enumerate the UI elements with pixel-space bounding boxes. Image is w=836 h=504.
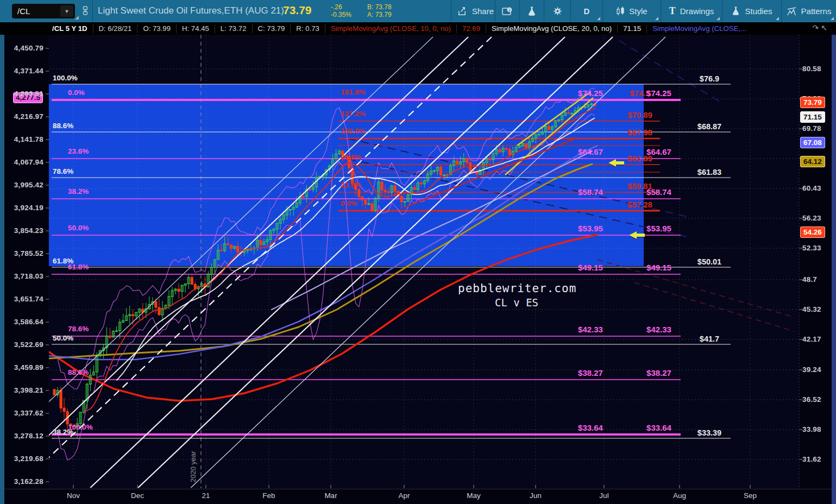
toolbar-separator [92, 0, 93, 22]
status-bar-icons[interactable]: ↷↖ [813, 23, 829, 32]
candlestick-icon [616, 6, 625, 16]
window-edge-left [0, 22, 4, 504]
drawings-label: Drawings [680, 7, 714, 16]
resize-corner-icon [75, 16, 79, 20]
info-panel-icon: i [502, 7, 513, 16]
patterns-button[interactable]: Patterns [781, 0, 836, 22]
toolbar-separator [451, 0, 451, 22]
timeframe-label: D [584, 7, 590, 16]
change-value: -.26 [331, 3, 351, 11]
sma20-study-label[interactable]: SimpleMovingAvg (CLOSE, 20, 0, no) [486, 24, 618, 33]
patterns-label: Patterns [801, 7, 832, 16]
status-close: C: 73.79 [253, 24, 291, 33]
svg-text:i: i [509, 7, 510, 12]
change-percent: -0.35% [331, 11, 351, 18]
status-low: L: 73.72 [215, 24, 253, 33]
sma3-study-label[interactable]: SimpleMovingAvg (CLOSE,... [647, 24, 752, 33]
studies-button[interactable]: Studies [722, 0, 781, 22]
text-tool-icon: T [669, 5, 676, 17]
drawings-button[interactable]: T Drawings [661, 0, 722, 22]
style-label: Style [629, 7, 647, 16]
price-change: -.26 -0.35% [331, 3, 351, 18]
gear-icon [552, 6, 563, 16]
top-toolbar: /CL ▼ Light Sweet Crude Oil Futures,ETH … [0, 0, 836, 22]
symbol-input[interactable]: /CL ▼ [12, 4, 75, 18]
style-button[interactable]: Style [602, 0, 661, 22]
status-open: O: 73.99 [137, 24, 177, 33]
share-button[interactable]: Share [457, 0, 494, 22]
toolbar-button-cluster: i D Style T Drawings [495, 0, 836, 22]
flask-icon [527, 6, 537, 17]
status-symbol-timeframe: /CL 5 Y 1D [52, 24, 93, 33]
bid-ask: B: 73.78 A: 73.79 [367, 3, 392, 18]
status-date: D: 6/28/21 [93, 24, 138, 33]
window-edge-right [832, 22, 836, 504]
status-range: R: 0.73 [291, 24, 325, 33]
timeframe-button[interactable]: D [570, 0, 602, 22]
studies-label: Studies [745, 7, 772, 16]
symbol-value: /CL [12, 7, 60, 16]
chart-status-bar: /CL 5 Y 1D D: 6/28/21 O: 73.99 H: 74.45 … [0, 22, 836, 35]
settings-button[interactable] [544, 0, 570, 22]
share-icon [457, 6, 467, 16]
pattern-zigzag-icon [787, 7, 797, 16]
last-price: 73.79 [283, 4, 312, 17]
bid-value: B: 73.78 [367, 3, 392, 11]
link-icon[interactable] [81, 6, 90, 15]
flask-icon [731, 6, 740, 16]
status-high: H: 74.45 [177, 24, 215, 33]
quote-info-button[interactable]: i [495, 0, 519, 22]
share-label: Share [472, 7, 494, 16]
sma10-study-value: 72.69 [457, 24, 486, 33]
ask-value: A: 73.79 [367, 11, 392, 18]
sma10-study-label[interactable]: SimpleMovingAvg (CLOSE, 10, 0, no) [325, 24, 457, 33]
analysis-tools-button[interactable] [519, 0, 544, 22]
instrument-title: Light Sweet Crude Oil Futures,ETH (AUG 2… [98, 5, 284, 16]
sma20-study-value: 71.15 [618, 24, 647, 33]
symbol-dropdown-icon[interactable]: ▼ [60, 5, 73, 17]
time-axis[interactable] [0, 489, 836, 504]
chart-canvas[interactable] [0, 35, 836, 489]
